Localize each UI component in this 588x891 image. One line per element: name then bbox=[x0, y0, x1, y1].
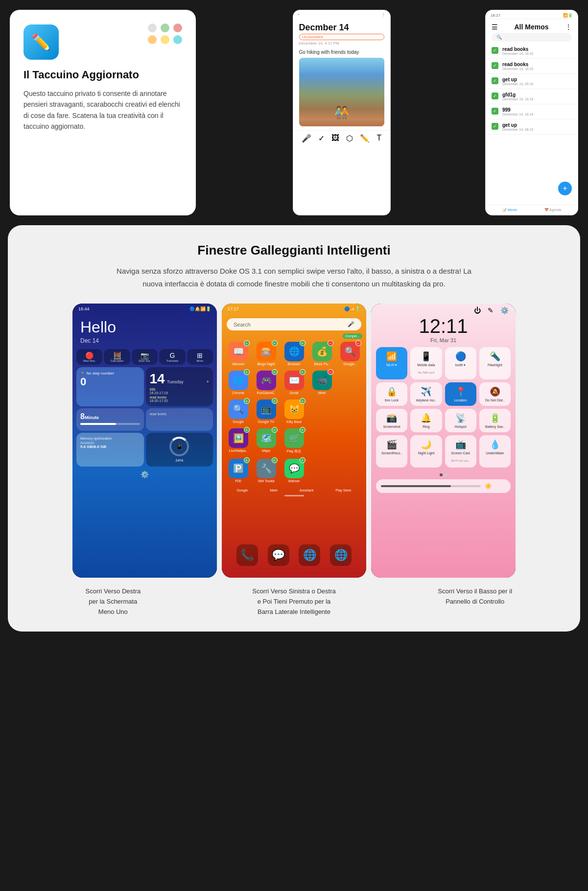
dock-browser[interactable]: 🌐 bbox=[299, 544, 320, 566]
color-dots bbox=[148, 23, 182, 44]
caption-1: Scorri Verso Destraper la SchermataMeno … bbox=[23, 586, 204, 617]
mic-icon[interactable]: 🎤 bbox=[348, 321, 354, 328]
toolbar-check-icon[interactable]: ✓ bbox=[318, 134, 325, 143]
edit-icon[interactable]: ✎ bbox=[488, 306, 494, 314]
settings-icon[interactable]: ⚙️ bbox=[500, 306, 509, 314]
toolbar-pen-icon[interactable]: ✏️ bbox=[360, 134, 370, 143]
app-allnovel[interactable]: +📖 Allnovel bbox=[225, 340, 252, 368]
app-wahser[interactable]: +💬 Wahser bbox=[281, 457, 307, 485]
control-screen-cast[interactable]: 📺 Screen Cast Wi-Fi not con.. bbox=[445, 435, 476, 468]
toolbar-image-icon[interactable]: 🖼 bbox=[331, 134, 339, 143]
card-title: Il Taccuino Aggiornato bbox=[24, 69, 182, 81]
control-screen-record[interactable]: 🎬 ScreenReco.. bbox=[376, 435, 407, 468]
caption-3-text: Scorri Verso il Basso per ilPannello di … bbox=[390, 586, 560, 607]
app-bingo[interactable]: +🎰 Bingo Night bbox=[253, 340, 280, 368]
memo-checkbox-5[interactable] bbox=[492, 108, 498, 115]
brightness-slider[interactable]: ☀️ bbox=[376, 479, 511, 493]
widget-calculator: 🧮 Calculator bbox=[104, 349, 130, 365]
card-right: ‹ ⋮ Decmber 14 Unclassified December 14,… bbox=[204, 10, 578, 215]
toolbar-mic-icon[interactable]: 🎤 bbox=[302, 134, 311, 143]
dock-message[interactable]: 💬 bbox=[268, 544, 289, 566]
memo-bottom-nav: 📝 Memo 📅 Agenda bbox=[486, 205, 578, 215]
dot-active bbox=[440, 473, 443, 476]
memo-item-title-3: get up bbox=[502, 77, 533, 82]
memo-item-title-1: read books bbox=[502, 47, 533, 52]
phone-1-time-label: 16:44 bbox=[78, 306, 90, 311]
power-icon[interactable]: ⏻ bbox=[474, 306, 481, 314]
memo-search-bar[interactable]: 🔍 bbox=[492, 33, 572, 42]
app-simtoolkit[interactable]: +🔧 SIM Toolkit bbox=[253, 457, 280, 485]
control-airplane[interactable]: ✈️ Airplane mo.. bbox=[410, 382, 442, 406]
control-location[interactable]: 📍 Location bbox=[445, 382, 476, 406]
note-people-icon: 🧑‍🤝‍🧑 bbox=[334, 106, 349, 119]
memo-item-title-2: read books bbox=[502, 62, 533, 67]
control-bluetooth[interactable]: 🔵 tooth ▾ bbox=[445, 347, 476, 379]
memo-tab-agenda[interactable]: 📅 Agenda bbox=[544, 208, 562, 212]
toolbar-shape-icon[interactable]: ⬡ bbox=[346, 134, 353, 143]
memo-checkbox-4[interactable] bbox=[492, 93, 498, 99]
memo-more-icon[interactable]: ⋮ bbox=[565, 23, 572, 31]
memo-item-6: get up December 14, 08:19 bbox=[486, 119, 578, 135]
control-flashlight[interactable]: 🔦 Flashlight bbox=[479, 347, 511, 379]
memo-checkbox-3[interactable] bbox=[492, 77, 498, 84]
memo-status-icons: 📶🔋 bbox=[563, 13, 573, 18]
memo-fab-button[interactable]: + bbox=[558, 182, 572, 195]
control-hotspot[interactable]: 📡 Hotspot bbox=[445, 409, 476, 432]
app-maps[interactable]: +🗺️ Maps bbox=[253, 426, 280, 456]
control-mobile-data[interactable]: 📱 Mobile data No SIM card bbox=[410, 347, 442, 379]
widget-camera: 📷 Start Sto. bbox=[132, 349, 158, 365]
app-blockpu[interactable]: −💰 Block Pu.. bbox=[308, 340, 335, 368]
add-badge-live: + bbox=[244, 427, 250, 433]
app-googletv[interactable]: +📺 Google TV bbox=[253, 398, 280, 425]
app-livewallpa[interactable]: +🖼️ LiveWallpa.. bbox=[225, 426, 252, 456]
caption-2-text: Scorri Verso Sinistra o Destrae Poi Tien… bbox=[210, 586, 379, 617]
toolbar-text-icon[interactable]: T bbox=[377, 134, 382, 143]
control-underwater[interactable]: 💧 UnderWater bbox=[479, 435, 511, 468]
wifi-icon: 📶 bbox=[378, 351, 405, 362]
dock-chrome[interactable]: 🌐 bbox=[330, 544, 352, 566]
memo-tab-memo[interactable]: 📝 Memo bbox=[502, 208, 517, 212]
dots-row-2 bbox=[148, 35, 182, 44]
flashlight-icon: 🔦 bbox=[481, 351, 509, 362]
app-gmail[interactable]: +✉️ Gmail bbox=[281, 369, 307, 397]
phone-2-status-icons: 🔵📶🔋 bbox=[344, 306, 360, 311]
app-meet[interactable]: −📹 Meet bbox=[308, 369, 335, 397]
screenshot-icon: 📸 bbox=[378, 413, 405, 423]
note-date: Decmber 14 bbox=[299, 23, 384, 33]
add-badge-fungame: + bbox=[272, 369, 278, 375]
control-action-lock[interactable]: 🔒 tion Lock bbox=[376, 382, 407, 406]
memo-menu-icon[interactable]: ☰ bbox=[492, 23, 498, 31]
app-playstore[interactable]: +🛒 Play 商店 bbox=[281, 426, 307, 456]
note-more-icon: ⋮ bbox=[381, 12, 385, 17]
control-wifi[interactable]: 📶 Wi-Fi ▾ bbox=[376, 347, 407, 379]
dots-row-1 bbox=[148, 23, 182, 32]
control-do-not-disturb[interactable]: 🔕 Do Not Dist.. bbox=[479, 382, 511, 406]
app-google-s[interactable]: −🔍 Google.. bbox=[336, 340, 363, 368]
control-battery-saver[interactable]: 🔋 Battery Sav.. bbox=[479, 409, 511, 432]
app-chrome[interactable]: +🌐 Chrome bbox=[225, 369, 252, 397]
control-night-light[interactable]: 🌙 Night Light bbox=[410, 435, 442, 468]
phone-3-frame: ⏻ ✎ ⚙️ 12:11 Fri, Mar 31 📶 Wi-Fi ▾ 📱 Mob… bbox=[371, 304, 516, 578]
action-lock-icon: 🔒 bbox=[378, 386, 405, 397]
app-google[interactable]: +🔍 Google bbox=[225, 398, 252, 425]
app-search-bar[interactable]: Search 🎤 bbox=[227, 318, 361, 330]
app-fungame[interactable]: +🎮 FunGameC. bbox=[253, 369, 280, 397]
app-p00[interactable]: +🅿️ P00 bbox=[225, 457, 252, 485]
memo-checkbox-2[interactable] bbox=[492, 62, 498, 69]
add-badge-sim: + bbox=[272, 457, 278, 463]
dot-cyan bbox=[173, 35, 182, 44]
control-time-display: 12:11 bbox=[371, 315, 516, 337]
note-status-bar: ‹ ⋮ bbox=[293, 10, 390, 19]
app-kittyblast[interactable]: +😸 Kitty Blast bbox=[281, 398, 307, 425]
add-badge-maps: + bbox=[272, 427, 278, 433]
app-browser[interactable]: +🌐 Browser bbox=[281, 340, 307, 368]
memo-checkbox-6[interactable] bbox=[492, 123, 498, 130]
control-ring[interactable]: 🔔 Ring bbox=[410, 409, 442, 432]
complete-badge: Comple... bbox=[343, 333, 362, 339]
dock-phone[interactable]: 📞 bbox=[236, 544, 258, 566]
memo-checkbox-1[interactable] bbox=[492, 47, 498, 54]
page-indicator bbox=[222, 495, 366, 496]
add-badge-p00: + bbox=[244, 457, 250, 463]
add-badge-gmail: + bbox=[300, 369, 306, 375]
control-screenshot[interactable]: 📸 Screenshot bbox=[376, 409, 407, 432]
